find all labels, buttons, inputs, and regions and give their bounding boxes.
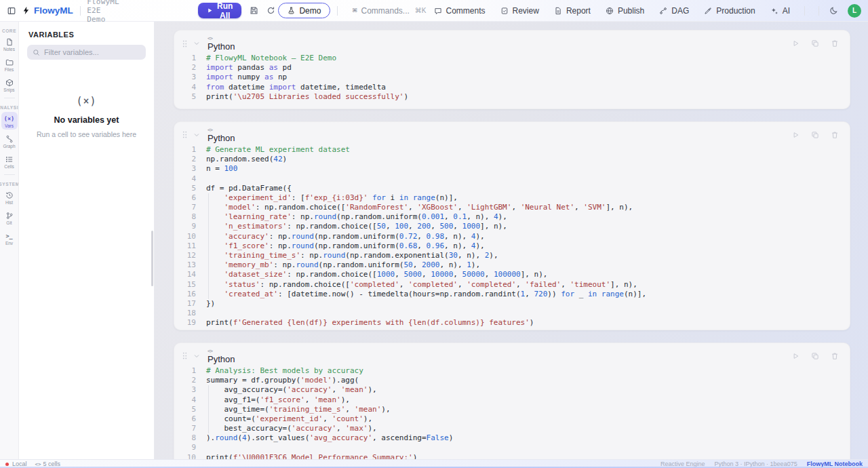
dark-mode-moon-icon[interactable]	[826, 3, 841, 18]
search-icon	[33, 49, 40, 56]
run-cell-icon[interactable]	[791, 131, 800, 139]
divider	[818, 6, 819, 16]
code-line: 1# Analysis: Best models by accuracy	[182, 366, 839, 376]
chevron-down-icon[interactable]	[193, 352, 201, 360]
code-line: 10 'accuracy': np.round(np.random.unifor…	[182, 232, 839, 241]
git-icon	[5, 211, 14, 220]
code-line: 15 'status': np.random.choice(['complete…	[182, 280, 839, 290]
env-label: Local	[12, 461, 27, 467]
top-toolbar: FlowyML FlowyML E2E Demo Run All Demo ⌘ …	[0, 0, 868, 22]
code-line: 20df	[182, 328, 839, 330]
code-line: 2summary = df.groupby('model').agg(	[182, 376, 839, 385]
brand[interactable]: FlowyML	[22, 5, 73, 16]
divider	[804, 6, 805, 16]
code-line: 8 'learning_rate': np.round(np.random.un…	[182, 212, 839, 222]
notebook-cell-1: <>Python1# FlowyML Notebook — E2E Demo2i…	[174, 30, 850, 109]
sidebar-item-vars[interactable]: (×)Vars	[1, 112, 18, 130]
drag-handle-icon[interactable]	[182, 130, 187, 139]
run-cell-icon[interactable]	[791, 352, 800, 360]
sidebar-item-snips[interactable]: Snips	[1, 76, 18, 94]
review-icon	[500, 7, 509, 15]
toolbar-action-report[interactable]: Report	[547, 3, 598, 19]
drag-handle-icon[interactable]	[182, 39, 187, 48]
code-glyph-icon: <>	[208, 349, 235, 354]
filter-variables-input[interactable]	[44, 48, 140, 56]
delete-cell-icon[interactable]	[831, 352, 839, 360]
sidebar-item-env[interactable]: >_Env	[1, 229, 18, 247]
rail-section-core: CORE	[2, 28, 16, 33]
panel-toggle-icon[interactable]	[7, 3, 16, 18]
notebook-cell-3: <>Python1# Analysis: Best models by accu…	[174, 343, 850, 459]
code-editor[interactable]: 1# FlowyML Notebook — E2E Demo2import pa…	[174, 51, 850, 109]
commands-button[interactable]: ⌘ Commands... ⌘K	[353, 6, 427, 16]
toolbar-action-dag[interactable]: DAG	[652, 3, 696, 19]
vars-icon: (×)	[4, 114, 14, 123]
code-glyph-icon: <>	[208, 128, 235, 133]
duplicate-cell-icon[interactable]	[811, 39, 819, 47]
toolbar-action-review[interactable]: Review	[493, 3, 547, 19]
empty-caption: Run a cell to see variables here	[19, 130, 154, 138]
toolbar-action-comments[interactable]: Comments	[427, 3, 493, 19]
empty-title: No variables yet	[19, 115, 154, 125]
cell-language-label: Python	[208, 134, 235, 142]
code-line: 7 'model': np.random.choice(['RandomFore…	[182, 203, 839, 212]
variables-panel: VARIABLES (×) No variables yet Run a cel…	[19, 22, 155, 459]
code-line: 1# FlowyML Notebook — E2E Demo	[182, 54, 839, 63]
code-line: 19print(f'Generated {len(df)} experiment…	[182, 318, 839, 328]
code-line: 4from datetime import datetime, timedelt…	[182, 83, 839, 92]
chevron-down-icon[interactable]	[193, 131, 201, 139]
rail-section-system: SYSTEM	[0, 182, 19, 187]
code-line: 13 'memory_mb': np.round(np.random.unifo…	[182, 260, 839, 270]
sidebar-item-cells[interactable]: Cells	[1, 153, 18, 170]
user-avatar[interactable]: L	[848, 4, 861, 18]
cell-header: <>Python	[174, 343, 850, 364]
filter-variables-box[interactable]	[27, 45, 146, 60]
sidebar-item-git[interactable]: Git	[1, 209, 18, 227]
cells-count: <> 5 cells	[35, 461, 61, 467]
code-editor[interactable]: 1# Generate ML experiment dataset2np.ran…	[174, 142, 850, 330]
cell-header: <>Python	[174, 31, 850, 51]
scrollbar-thumb[interactable]	[151, 231, 153, 286]
flask-icon	[288, 7, 295, 14]
delete-cell-icon[interactable]	[831, 39, 839, 47]
code-line: 17})	[182, 299, 839, 309]
connection-dot	[5, 463, 9, 466]
restart-icon[interactable]	[267, 3, 275, 19]
divider	[4, 174, 15, 175]
cell-header: <>Python	[174, 122, 850, 142]
code-line: 9	[182, 443, 839, 452]
command-icon: ⌘	[353, 6, 357, 15]
sidebar-item-files[interactable]: Files	[1, 56, 18, 73]
code-editor[interactable]: 1# Analysis: Best models by accuracy2sum…	[174, 364, 850, 459]
demo-button[interactable]: Demo	[278, 3, 330, 18]
sidebar-item-hist[interactable]: Hist	[1, 189, 18, 206]
duplicate-cell-icon[interactable]	[811, 352, 819, 360]
delete-cell-icon[interactable]	[831, 131, 839, 139]
chevron-down-icon[interactable]	[193, 39, 201, 47]
variables-empty-state: (×) No variables yet Run a cell to see v…	[19, 95, 154, 138]
toolbar-action-ai[interactable]: AI	[763, 3, 797, 19]
rocket-icon	[704, 7, 712, 15]
kernel-info: Python 3 · IPython · 1beea075	[715, 461, 797, 467]
drag-handle-icon[interactable]	[182, 351, 187, 360]
code-line: 11 'f1_score': np.round(np.random.unifor…	[182, 241, 839, 251]
cell-language-label: Python	[208, 355, 235, 364]
code-line: 10print(f'\U0001F3C6 Model Performance S…	[182, 453, 839, 459]
document-title[interactable]: FlowyML E2E Demo	[87, 0, 119, 24]
code-line: 3import numpy as np	[182, 73, 839, 82]
sidebar-item-graph[interactable]: Graph	[1, 132, 18, 150]
toolbar-action-publish[interactable]: Publish	[598, 3, 652, 19]
code-line: 4	[182, 174, 839, 184]
code-line: 2np.random.seed(42)	[182, 155, 839, 164]
terminal-icon: >_	[5, 231, 12, 240]
code-line: 4 avg_f1=('f1_score', 'mean'),	[182, 395, 839, 405]
run-cell-icon[interactable]	[791, 39, 800, 47]
code-line: 6 'experiment_id': [f'exp_{i:03d}' for i…	[182, 193, 839, 203]
toolbar-action-production[interactable]: Production	[696, 3, 762, 19]
sidebar-item-notes[interactable]: Notes	[1, 35, 18, 53]
list-icon	[5, 155, 14, 163]
run-all-button[interactable]: Run All	[198, 3, 241, 18]
code-line: 14 'dataset_size': np.random.choice([100…	[182, 270, 839, 279]
save-icon[interactable]	[250, 3, 258, 19]
duplicate-cell-icon[interactable]	[811, 131, 819, 139]
